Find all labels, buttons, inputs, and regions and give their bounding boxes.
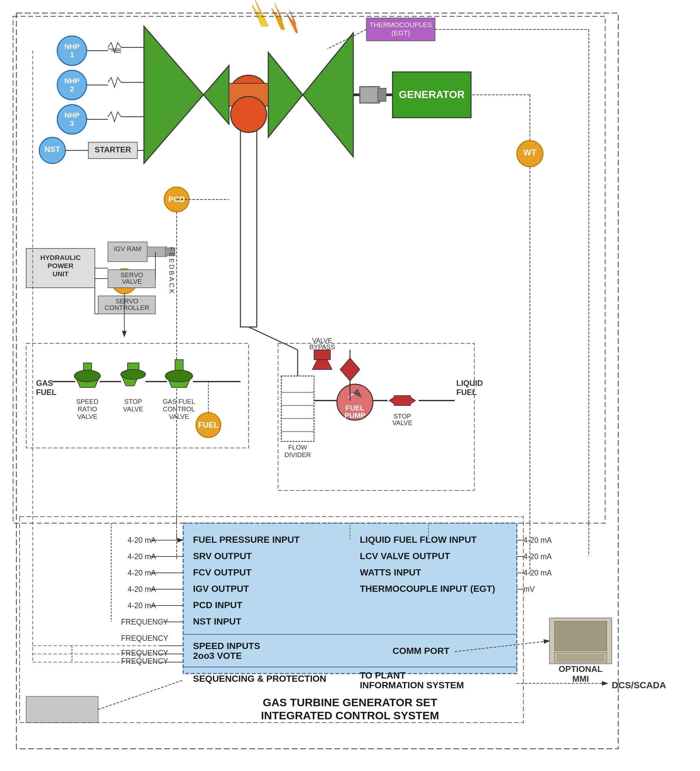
svg-text:SERVO: SERVO: [116, 298, 138, 305]
svg-text:NST: NST: [44, 145, 60, 154]
svg-point-84: [231, 96, 267, 132]
svg-text:OPTIONAL: OPTIONAL: [559, 664, 602, 674]
svg-point-96: [121, 369, 146, 379]
svg-text:MMI: MMI: [572, 674, 589, 684]
svg-text:SERVO: SERVO: [120, 272, 143, 278]
svg-text:BYPASS: BYPASS: [309, 343, 335, 351]
svg-text:FEEDBACK: FEEDBACK: [168, 247, 175, 295]
svg-text:FUEL: FUEL: [345, 404, 364, 412]
svg-text:VALVE: VALVE: [169, 413, 189, 420]
svg-text:mV: mV: [523, 585, 535, 594]
svg-text:FREQUENCY: FREQUENCY: [121, 649, 168, 657]
generator-label: GENERATOR: [399, 89, 465, 100]
svg-text:LIQUID FUEL FLOW INPUT: LIQUID FUEL FLOW INPUT: [360, 535, 477, 545]
svg-text:WT: WT: [523, 148, 537, 157]
svg-text:DCS/SCADA: DCS/SCADA: [612, 680, 666, 690]
svg-text:CONTROL: CONTROL: [163, 405, 195, 413]
svg-text:1: 1: [70, 51, 74, 59]
svg-text:GAS FUEL: GAS FUEL: [163, 398, 195, 405]
svg-point-101: [165, 370, 193, 382]
svg-rect-66: [147, 247, 167, 257]
svg-text:GAS: GAS: [36, 379, 53, 387]
svg-text:UNIT: UNIT: [53, 270, 69, 278]
svg-text:GAS TURBINE GENERATOR SET: GAS TURBINE GENERATOR SET: [263, 696, 437, 709]
svg-rect-16: [378, 88, 386, 101]
svg-text:SPEED INPUTS: SPEED INPUTS: [193, 641, 260, 651]
svg-text:LIQUID: LIQUID: [456, 379, 483, 387]
svg-text:VALVE: VALVE: [77, 413, 98, 420]
fuel-pressure-input-label: FUEL PRESSURE INPUT: [193, 535, 300, 545]
svg-text:INFORMATION SYSTEM: INFORMATION SYSTEM: [360, 680, 464, 690]
svg-text:STARTER: STARTER: [94, 145, 131, 154]
svg-text:4-20 mA: 4-20 mA: [523, 569, 552, 577]
svg-marker-115: [314, 350, 330, 359]
svg-text:FLOW: FLOW: [288, 444, 307, 451]
svg-text:FUEL: FUEL: [198, 420, 219, 429]
svg-text:CONTROLLER: CONTROLLER: [105, 304, 150, 311]
svg-text:COMM PORT: COMM PORT: [392, 646, 449, 656]
svg-text:FCV OUTPUT: FCV OUTPUT: [193, 567, 252, 577]
svg-text:SRV OUTPUT: SRV OUTPUT: [193, 551, 252, 561]
svg-rect-187: [554, 621, 607, 651]
svg-text:VALVE: VALVE: [122, 278, 142, 285]
svg-text:VALVE: VALVE: [392, 419, 412, 426]
svg-text:FREQUENCY: FREQUENCY: [121, 634, 168, 642]
svg-text:PUMP: PUMP: [344, 412, 365, 420]
svg-rect-83: [241, 114, 257, 327]
svg-text:INTEGRATED CONTROL SYSTEM: INTEGRATED CONTROL SYSTEM: [261, 709, 439, 722]
svg-text:PCD INPUT: PCD INPUT: [193, 600, 243, 610]
svg-text:FUEL: FUEL: [456, 388, 477, 397]
svg-text:VALVE: VALVE: [123, 405, 143, 413]
svg-text:NST INPUT: NST INPUT: [193, 616, 241, 626]
svg-text:FREQUENCY: FREQUENCY: [121, 657, 168, 665]
svg-text:TO PLANT: TO PLANT: [360, 670, 405, 680]
svg-text:SPEED: SPEED: [76, 398, 98, 405]
svg-text:NHP: NHP: [64, 42, 80, 51]
svg-text:STOP: STOP: [124, 398, 142, 405]
svg-text:DIVIDER: DIVIDER: [284, 451, 311, 459]
svg-text:IGV RAM: IGV RAM: [114, 245, 141, 252]
svg-text:2oo3 VOTE: 2oo3 VOTE: [193, 651, 242, 661]
svg-text:THERMOCOUPLE INPUT (EGT): THERMOCOUPLE INPUT (EGT): [360, 584, 495, 594]
svg-text:4-20 mA: 4-20 mA: [523, 536, 552, 545]
svg-rect-189: [558, 655, 604, 660]
svg-text:HYDRAULIC: HYDRAULIC: [40, 254, 81, 261]
svg-rect-195: [26, 696, 98, 722]
svg-text:WATTS INPUT: WATTS INPUT: [360, 567, 421, 577]
svg-rect-15: [360, 87, 379, 103]
svg-text:LCV VALVE OUTPUT: LCV VALVE OUTPUT: [360, 551, 450, 561]
svg-text:(EGT): (EGT): [391, 29, 410, 37]
svg-text:STOP: STOP: [394, 413, 411, 420]
diagram-container: GENERATOR THERMOCOUPLES (EGT) NHP 1 NHP …: [0, 0, 700, 771]
svg-text:THERMOCOUPLES: THERMOCOUPLES: [369, 21, 432, 28]
svg-text:2: 2: [70, 85, 74, 93]
svg-text:IGV OUTPUT: IGV OUTPUT: [193, 584, 249, 594]
svg-text:NHP: NHP: [64, 111, 80, 119]
svg-point-90: [74, 370, 101, 382]
svg-text:3: 3: [70, 119, 74, 127]
svg-text:POWER: POWER: [47, 262, 73, 269]
svg-text:NHP: NHP: [64, 77, 80, 85]
svg-text:SEQUENCING & PROTECTION: SEQUENCING & PROTECTION: [193, 673, 326, 684]
svg-text:4-20 mA: 4-20 mA: [523, 552, 552, 561]
svg-text:RATIO: RATIO: [78, 405, 97, 413]
svg-text:VALVE: VALVE: [312, 337, 332, 344]
svg-text:FUEL: FUEL: [36, 388, 57, 397]
